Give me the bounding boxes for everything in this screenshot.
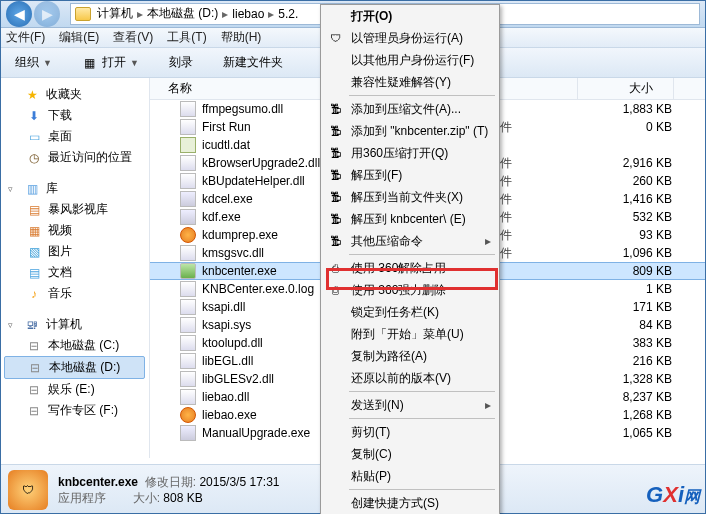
file-size: 1,416 KB (596, 192, 692, 206)
file-size: 171 KB (596, 300, 692, 314)
ctx-other-zip[interactable]: 🗜其他压缩命令▸ (321, 230, 499, 252)
newfolder-button[interactable]: 新建文件夹 (214, 50, 292, 75)
file-icon (180, 137, 196, 153)
ctx-compat[interactable]: 兼容性疑难解答(Y) (321, 71, 499, 93)
file-size: 532 KB (596, 210, 692, 224)
sidebar-music[interactable]: ♪音乐 (4, 283, 145, 304)
file-size: 1,096 KB (596, 246, 692, 260)
file-name: First Run (202, 120, 251, 134)
sidebar-videos[interactable]: ▦视频 (4, 220, 145, 241)
file-icon (180, 209, 196, 225)
crumb-computer[interactable]: 计算机 (95, 5, 135, 22)
file-name: libEGL.dll (202, 354, 253, 368)
file-size: 809 KB (596, 264, 692, 278)
menu-view[interactable]: 查看(V) (113, 29, 153, 46)
file-icon (180, 317, 196, 333)
file-name: libGLESv2.dll (202, 372, 274, 386)
menu-file[interactable]: 文件(F) (6, 29, 45, 46)
crumb-liebao[interactable]: liebao (230, 7, 266, 21)
menu-help[interactable]: 帮助(H) (221, 29, 262, 46)
ctx-extract-here[interactable]: 🗜解压到当前文件夹(X) (321, 186, 499, 208)
file-type: 序 (488, 263, 596, 280)
sidebar-libraries[interactable]: ▿▥库 (4, 178, 145, 199)
sidebar-disk-d[interactable]: ⊟本地磁盘 (D:) (4, 356, 145, 379)
file-name: KNBCenter.exe.0.log (202, 282, 314, 296)
ctx-runas-admin[interactable]: 🛡以管理员身份运行(A) (321, 27, 499, 49)
sidebar-downloads[interactable]: ⬇下载 (4, 105, 145, 126)
ctx-runas-other[interactable]: 以其他用户身份运行(F) (321, 49, 499, 71)
file-size: 216 KB (596, 354, 692, 368)
status-filetype: 应用程序 (58, 491, 106, 505)
file-icon (180, 227, 196, 243)
menu-edit[interactable]: 编辑(E) (59, 29, 99, 46)
menu-tools[interactable]: 工具(T) (167, 29, 206, 46)
sidebar-pictures[interactable]: ▧图片 (4, 241, 145, 262)
sidebar-recent[interactable]: ◷最近访问的位置 (4, 147, 145, 168)
sidebar: ★收藏夹 ⬇下载 ▭桌面 ◷最近访问的位置 ▿▥库 ▤暴风影视库 ▦视频 ▧图片… (0, 78, 150, 458)
ctx-pin-start[interactable]: 附到「开始」菜单(U) (321, 323, 499, 345)
ctx-send-to[interactable]: 发送到(N)▸ (321, 394, 499, 416)
file-icon (180, 119, 196, 135)
sidebar-baofeng[interactable]: ▤暴风影视库 (4, 199, 145, 220)
file-size: 1,268 KB (596, 408, 692, 422)
file-size: 8,237 KB (596, 390, 692, 404)
file-name: kdf.exe (202, 210, 241, 224)
file-type: 文件 (488, 155, 596, 172)
status-filesize: 808 KB (163, 491, 202, 505)
ctx-extract-named[interactable]: 🗜解压到 knbcenter\ (E) (321, 208, 499, 230)
ctx-add-archive[interactable]: 🗜添加到压缩文件(A)... (321, 98, 499, 120)
open-button[interactable]: ▦打开▼ (73, 50, 148, 75)
file-name: liebao.exe (202, 408, 257, 422)
ctx-360-unlock[interactable]: ⎙使用 360解除占用 (321, 257, 499, 279)
ctx-open-360zip[interactable]: 🗜用360压缩打开(Q) (321, 142, 499, 164)
file-icon (180, 389, 196, 405)
ctx-copy[interactable]: 复制(C) (321, 443, 499, 465)
file-icon (180, 245, 196, 261)
file-name: kBUpdateHelper.dll (202, 174, 305, 188)
back-button[interactable]: ◀ (6, 1, 32, 27)
sidebar-desktop[interactable]: ▭桌面 (4, 126, 145, 147)
file-size: 260 KB (596, 174, 692, 188)
crumb-disk-d[interactable]: 本地磁盘 (D:) (145, 5, 220, 22)
file-type: 文件 (488, 227, 596, 244)
forward-button[interactable]: ▶ (34, 1, 60, 27)
ctx-cut[interactable]: 剪切(T) (321, 421, 499, 443)
ctx-restore-version[interactable]: 还原以前的版本(V) (321, 367, 499, 389)
file-name: icudtl.dat (202, 138, 250, 152)
file-name: kBrowserUpgrade2.dll (202, 156, 320, 170)
ctx-shortcut[interactable]: 创建快捷方式(S) (321, 492, 499, 514)
col-size[interactable]: 大小 (578, 78, 674, 99)
sidebar-favorites[interactable]: ★收藏夹 (4, 84, 145, 105)
file-type: 文件 (488, 191, 596, 208)
burn-button[interactable]: 刻录 (160, 50, 202, 75)
ctx-open[interactable]: 打开(O) (321, 5, 499, 27)
sidebar-disk-f[interactable]: ⊟写作专区 (F:) (4, 400, 145, 421)
file-size: 2,916 KB (596, 156, 692, 170)
sidebar-documents[interactable]: ▤文档 (4, 262, 145, 283)
ctx-paste[interactable]: 粘贴(P) (321, 465, 499, 487)
file-icon (180, 299, 196, 315)
file-icon (180, 407, 196, 423)
context-menu: 打开(O) 🛡以管理员身份运行(A) 以其他用户身份运行(F) 兼容性疑难解答(… (320, 4, 500, 514)
crumb-version[interactable]: 5.2. (276, 7, 300, 21)
status-moddate: 2015/3/5 17:31 (199, 475, 279, 489)
ctx-360-force-delete[interactable]: ⎙使用 360强力删除 (321, 279, 499, 301)
file-icon (180, 173, 196, 189)
file-name: kmsgsvc.dll (202, 246, 264, 260)
sidebar-disk-c[interactable]: ⊟本地磁盘 (C:) (4, 335, 145, 356)
file-size: 93 KB (596, 228, 692, 242)
file-icon (180, 371, 196, 387)
file-icon (180, 425, 196, 441)
sidebar-disk-e[interactable]: ⊟娱乐 (E:) (4, 379, 145, 400)
file-name: ManualUpgrade.exe (202, 426, 310, 440)
ctx-add-named-zip[interactable]: 🗜添加到 "knbcenter.zip" (T) (321, 120, 499, 142)
file-size: 1 KB (596, 282, 692, 296)
file-name: ktoolupd.dll (202, 336, 263, 350)
organize-button[interactable]: 组织▼ (6, 50, 61, 75)
file-name: kdumprep.exe (202, 228, 278, 242)
ctx-copy-path[interactable]: 复制为路径(A) (321, 345, 499, 367)
sidebar-computer[interactable]: ▿🖳计算机 (4, 314, 145, 335)
ctx-pin-taskbar[interactable]: 锁定到任务栏(K) (321, 301, 499, 323)
ctx-extract-to[interactable]: 🗜解压到(F) (321, 164, 499, 186)
file-icon (180, 191, 196, 207)
